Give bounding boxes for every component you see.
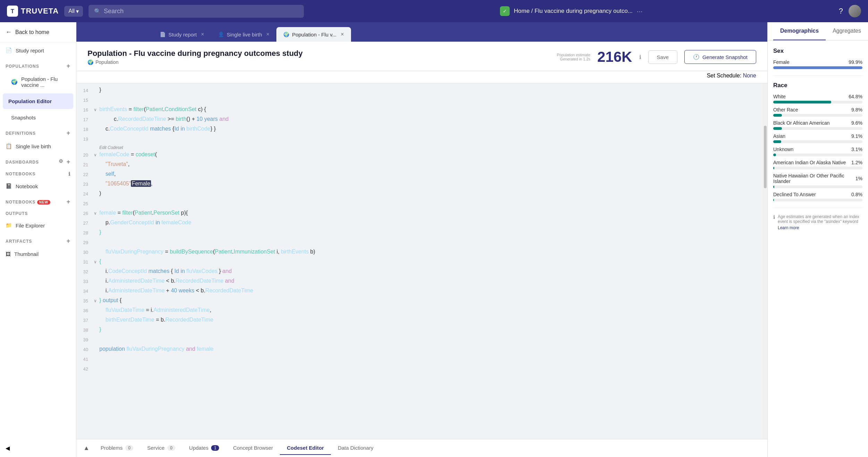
bottom-tab-data-dictionary[interactable]: Data Dictionary: [331, 441, 381, 455]
back-to-home-button[interactable]: ← Back to home: [0, 22, 76, 42]
right-tab-aggregates[interactable]: Aggregates: [826, 22, 868, 40]
sidebar-item-snapshots[interactable]: Snapshots: [0, 110, 76, 125]
code-line-23: 23 "1065405"Female,: [76, 180, 763, 190]
pop-title: Population - Flu vaccine during pregnanc…: [87, 49, 303, 58]
collapse-icon: ◀: [6, 445, 10, 451]
sidebar-item-file-explorer[interactable]: 📁 File Explorer: [0, 217, 76, 233]
sidebar-item-population-flu[interactable]: 🌍 Population - Flu vaccine ...: [0, 71, 76, 93]
edit-codeset-label[interactable]: Edit Codeset: [76, 144, 763, 151]
code-line-30: 30 fluVaxDuringPregnancy = buildBySequen…: [76, 248, 763, 258]
schedule-value[interactable]: None: [743, 73, 756, 78]
race-unknown-pct: 3.1%: [851, 147, 862, 152]
sex-female-stat: Female 99.9%: [773, 59, 862, 69]
search-input[interactable]: [104, 8, 298, 15]
breadcrumb-more-button[interactable]: ···: [637, 7, 643, 15]
race-aian-pct: 1.2%: [851, 160, 862, 165]
pop-title-area: Population - Flu vaccine during pregnanc…: [87, 49, 303, 65]
code-line-41: 41: [76, 355, 763, 365]
sidebar-item-population-editor[interactable]: Population Editor: [3, 93, 73, 109]
race-black-stat: Black Or African American 9.6%: [773, 120, 862, 130]
pop-info-icon[interactable]: ℹ: [639, 54, 641, 60]
code-line-39: 39: [76, 335, 763, 345]
code-line-22: 22 self,: [76, 170, 763, 180]
sidebar-item-thumbnail[interactable]: 🖼 Thumbnail: [0, 246, 76, 262]
notebooks-section-label: NOTEBOOKS: [6, 172, 35, 176]
populations-section-label: POPULATIONS: [6, 64, 39, 69]
search-bar[interactable]: 🔍: [89, 5, 304, 18]
vertical-scrollbar[interactable]: [763, 83, 767, 439]
race-declined-bar-fill: [773, 199, 774, 201]
notebooks-info-icon: ℹ: [68, 171, 70, 177]
dashboard-settings-button[interactable]: ⚙: [59, 158, 64, 166]
thumbnail-icon: 🖼: [6, 251, 11, 257]
right-panel-tabs: Demographics Aggregates ⋮: [768, 22, 868, 41]
pop-count: 216K: [597, 49, 632, 65]
all-dropdown[interactable]: All ▾: [64, 6, 83, 17]
race-unknown-stat: Unknown 3.1%: [773, 147, 862, 156]
code-line-15: 15: [76, 96, 763, 106]
race-white-label: White: [773, 94, 786, 99]
study-report-tab-close[interactable]: ×: [201, 31, 204, 38]
add-definition-button[interactable]: +: [66, 130, 70, 137]
race-white-bar-fill: [773, 101, 831, 103]
notebook-label: Notebook: [16, 183, 38, 189]
sidebar-section-artifacts: ARTIFACTS +: [0, 233, 76, 246]
tab-study-report[interactable]: 📄 Study report ×: [153, 27, 211, 42]
service-tab-label: Service: [147, 445, 165, 451]
tab-population-flu[interactable]: 🌍 Population - Flu v... ×: [276, 27, 351, 42]
add-notebook-new-button[interactable]: +: [66, 198, 70, 206]
race-other-bar-track: [773, 114, 862, 117]
clock-icon: 🕐: [693, 54, 700, 60]
single-live-birth-tab-close[interactable]: ×: [266, 31, 269, 38]
data-dictionary-tab-label: Data Dictionary: [338, 445, 374, 451]
avatar-image: [849, 5, 861, 17]
bottom-tab-updates[interactable]: Updates 1: [182, 441, 226, 455]
bottom-tab-service[interactable]: Service 0: [140, 441, 182, 455]
codeset-editor-tab-label: Codeset Editor: [287, 445, 324, 451]
code-line-33: 33 i.AdministeredDateTime < b.RecordedDa…: [76, 277, 763, 287]
sidebar-item-notebook[interactable]: 📓 Notebook: [0, 178, 76, 194]
code-line-42: 42: [76, 365, 763, 374]
logo[interactable]: T TRUVETA: [7, 6, 59, 17]
dashboards-section-label: DASHBOARDS: [6, 160, 39, 165]
add-artifact-button[interactable]: +: [66, 238, 70, 245]
code-line-27: 27 p.GenderConceptId in femaleCode: [76, 219, 763, 228]
code-line-29: 29: [76, 238, 763, 248]
generate-snapshot-button[interactable]: 🕐 Generate Snapshot: [684, 50, 756, 64]
sidebar-collapse-button[interactable]: ◀: [0, 439, 76, 457]
code-line-19: 19: [76, 135, 763, 144]
user-avatar[interactable]: [849, 5, 861, 17]
race-aian-label: American Indian Or Alaska Native: [773, 160, 846, 165]
help-button[interactable]: ?: [839, 7, 843, 16]
bottom-tab-concept-browser[interactable]: Concept Browser: [226, 441, 280, 455]
content-area: 📄 Study report × 👤 Single live birth × 🌍…: [76, 22, 767, 457]
add-dashboard-button[interactable]: +: [66, 158, 70, 166]
artifacts-section-label: ARTIFACTS: [6, 239, 32, 244]
pop-estimate-label: Population estimate Generated in 1.2s: [557, 53, 591, 61]
sidebar-item-single-live-birth[interactable]: 📋 Single live birth: [0, 138, 76, 154]
save-button[interactable]: Save: [648, 50, 677, 64]
right-panel: Demographics Aggregates ⋮ Sex Female 99.…: [767, 22, 868, 457]
code-line-17: 17 c.RecordedDateTime >= birth() + 10 ye…: [76, 115, 763, 125]
population-flu-tab-close[interactable]: ×: [341, 31, 344, 38]
add-population-button[interactable]: +: [66, 63, 70, 70]
race-declined-stat: Declined To Answer 0.8%: [773, 192, 862, 201]
collapse-bottom-bar-button[interactable]: ▲: [83, 444, 90, 452]
study-report-tab-icon: 📄: [160, 32, 166, 37]
sidebar-section-definitions: DEFINITIONS +: [0, 125, 76, 138]
race-asian-stat: Asian 9.1%: [773, 133, 862, 143]
scrollbar-thumb[interactable]: [764, 126, 767, 188]
sidebar-item-study-report[interactable]: 📄 Study report: [0, 42, 76, 58]
race-black-bar-track: [773, 127, 862, 130]
globe-icon: 🌍: [11, 79, 18, 85]
right-tab-demographics[interactable]: Demographics: [773, 22, 826, 40]
race-aian-bar-fill: [773, 167, 774, 169]
learn-more-link[interactable]: Learn more: [778, 225, 862, 230]
bottom-tab-codeset-editor[interactable]: Codeset Editor: [280, 441, 331, 455]
schedule-area: Set Schedule: None: [76, 71, 767, 83]
tab-single-live-birth[interactable]: 👤 Single live birth ×: [211, 27, 276, 42]
demographics-tab-label: Demographics: [780, 28, 819, 34]
bottom-tab-problems[interactable]: Problems 0: [94, 441, 140, 455]
code-editor[interactable]: 14 } 15 16 ∨ birthEvents = filter(Patien…: [76, 83, 763, 439]
race-nhopi-stat: Native Hawaiian Or Other Pacific Islande…: [773, 173, 862, 188]
